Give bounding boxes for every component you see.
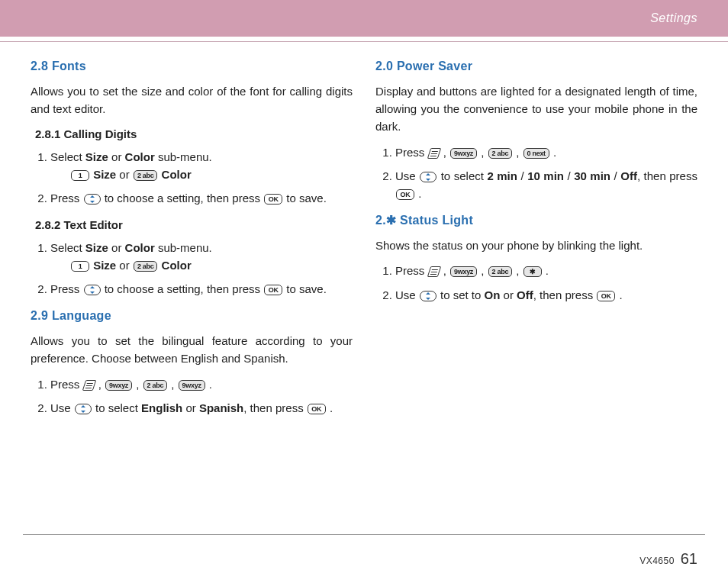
bold-english: English [141, 401, 182, 414]
text: or [108, 241, 125, 254]
section-2-8-1-steps: Select Size or Color sub-menu. 1 Size or… [31, 148, 353, 208]
text: or [182, 401, 199, 414]
bold-color: Color [125, 241, 155, 254]
text: . [616, 288, 622, 301]
nav-key-icon [84, 285, 101, 295]
text: sub-menu. [155, 150, 212, 163]
key-2-icon: 2 abc [488, 266, 513, 277]
step-2-0-2: Use to select 2 min / 10 min / 30 min / … [395, 167, 697, 203]
key-0-icon: 0 next [523, 148, 549, 159]
section-2-8-1-title: 2.8.1 Calling Digits [35, 125, 353, 143]
section-2-8-title: 2.8 Fonts [31, 57, 353, 76]
nav-key-icon [420, 172, 436, 182]
text: Press [395, 146, 428, 159]
nav-key-icon [84, 194, 101, 205]
text: . [543, 264, 549, 277]
bold-spanish: Spanish [199, 401, 243, 414]
key-2-icon: 2 abc [134, 261, 158, 272]
page-body: 2.8 Fonts Allows you to set the size and… [0, 42, 728, 426]
step-2-8-1-1: Select Size or Color sub-menu. 1 Size or… [50, 148, 353, 184]
bold-30min: 30 min [574, 169, 610, 182]
ok-key-icon: OK [597, 291, 615, 301]
bold-size: Size [85, 150, 108, 163]
text: to choose a setting, then press [101, 192, 264, 205]
text: sub-menu. [155, 241, 212, 254]
text: . [327, 401, 333, 414]
key-9-icon: 9wxyz [450, 266, 477, 277]
step-2-9-2: Use to select English or Spanish, then p… [50, 399, 353, 417]
menu-key-icon [427, 148, 441, 159]
key-9-icon: 9wxyz [179, 380, 205, 391]
bold-size: Size [85, 241, 108, 254]
section-2-star-title: 2.✱ Status Light [375, 211, 697, 230]
opt-color: Color [158, 259, 191, 272]
text: Press [50, 378, 83, 391]
left-column: 2.8 Fonts Allows you to set the size and… [31, 57, 353, 426]
section-2-star-steps: Press , 9wxyz , 2 abc , ✱ . Use to set t… [375, 262, 697, 304]
option-row: 1 Size or 2 abc Color [50, 256, 353, 274]
text: Use [50, 401, 74, 414]
text: , [513, 264, 523, 277]
nav-key-icon [420, 291, 436, 301]
text: Press [50, 282, 83, 295]
text: , [95, 378, 105, 391]
footer-model: VX4650 [639, 556, 675, 566]
text: , [133, 378, 143, 391]
menu-key-icon [427, 266, 441, 277]
text: , [513, 146, 523, 159]
section-2-9-intro: Allows you to set the bilingual feature … [31, 332, 353, 368]
text: Use [395, 288, 419, 301]
section-2-9-title: 2.9 Language [31, 307, 353, 326]
section-2-0-intro: Display and buttons are lighted for a de… [375, 82, 697, 136]
text: , then press [243, 401, 307, 414]
header-band: Settings [0, 0, 728, 37]
text: , [440, 264, 450, 277]
text: Press [395, 264, 428, 277]
key-star-icon: ✱ [523, 266, 542, 277]
text: , [440, 146, 450, 159]
text: , then press [533, 288, 597, 301]
text: or [119, 168, 133, 181]
step-2-star-1: Press , 9wxyz , 2 abc , ✱ . [395, 262, 697, 279]
option-row: 1 Size or 2 abc Color [50, 166, 353, 183]
bold-off: Off [517, 288, 533, 301]
bold-on: On [485, 288, 501, 301]
bold-off: Off [620, 169, 637, 182]
text: or [108, 150, 125, 163]
ok-key-icon: OK [396, 189, 414, 200]
header-title: Settings [650, 11, 697, 25]
text: Select [50, 241, 85, 254]
step-2-8-2-2: Press to choose a setting, then press OK… [50, 280, 353, 298]
text: to choose a setting, then press [101, 282, 264, 295]
text: , [478, 146, 488, 159]
key-2-icon: 2 abc [488, 148, 513, 159]
section-2-9-steps: Press , 9wxyz , 2 abc , 9wxyz . Use to s… [31, 375, 353, 417]
step-2-8-2-1: Select Size or Color sub-menu. 1 Size or… [50, 239, 353, 275]
step-2-8-1-2: Press to choose a setting, then press OK… [50, 189, 353, 207]
text: , [168, 378, 178, 391]
step-2-9-1: Press , 9wxyz , 2 abc , 9wxyz . [50, 375, 353, 393]
text: / [564, 169, 574, 182]
section-2-star-intro: Shows the status on your phone by blinki… [375, 237, 697, 254]
nav-key-icon [75, 404, 92, 414]
ok-key-icon: OK [264, 285, 282, 295]
step-2-star-2: Use to set to On or Off, then press OK . [395, 286, 697, 304]
bold-color: Color [125, 150, 155, 163]
opt-size: Size [90, 168, 119, 181]
opt-color: Color [158, 168, 191, 181]
text: or [500, 288, 517, 301]
text: / [610, 169, 620, 182]
key-9-icon: 9wxyz [450, 148, 477, 159]
text: , [478, 264, 488, 277]
section-2-0-title: 2.0 Power Saver [375, 57, 697, 76]
text: . [206, 378, 212, 391]
text: to save. [283, 192, 327, 205]
key-9-icon: 9wxyz [105, 380, 132, 391]
footer-page: 61 [681, 550, 697, 567]
key-2-icon: 2 abc [134, 170, 158, 181]
text: to select [92, 401, 141, 414]
opt-size: Size [90, 259, 119, 272]
key-2-icon: 2 abc [143, 380, 168, 391]
text: Use [395, 169, 419, 182]
text: to save. [283, 282, 327, 295]
